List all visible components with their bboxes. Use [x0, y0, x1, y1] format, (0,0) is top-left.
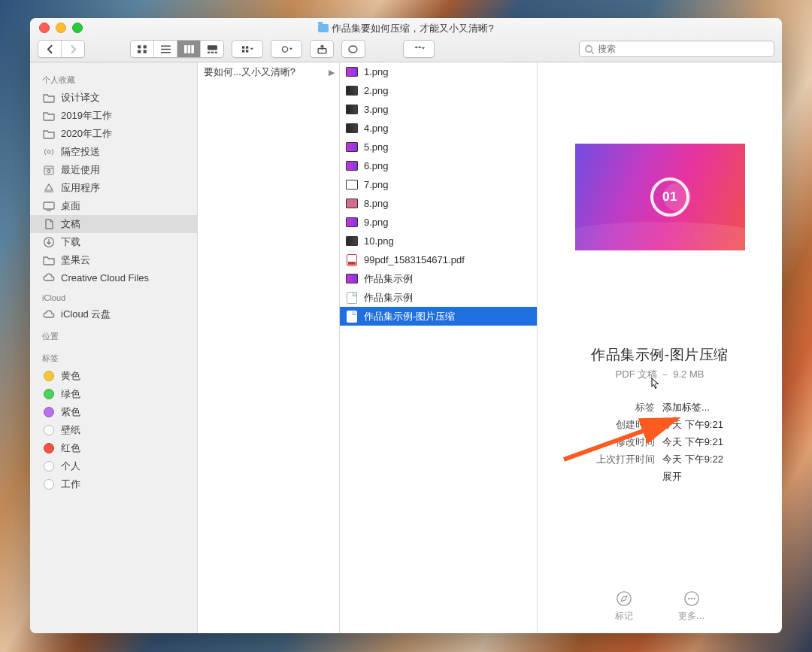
- sidebar-item-label: 绿色: [61, 387, 80, 401]
- image-thumb-icon: [346, 105, 358, 114]
- sidebar-item-label: 设计译文: [61, 91, 100, 105]
- folder-icon: [42, 254, 55, 266]
- share-button[interactable]: [310, 40, 334, 58]
- svg-rect-5: [187, 45, 190, 53]
- view-icons-button[interactable]: [131, 41, 153, 57]
- file-row[interactable]: 99pdf_1583154671.pdf: [340, 250, 537, 269]
- column-folder-row[interactable]: 要如何...又小又清晰? ▶: [198, 62, 339, 82]
- file-name: 10.png: [364, 235, 394, 247]
- sidebar-tag-purple[interactable]: 紫色: [30, 403, 197, 421]
- group-by-button[interactable]: [232, 40, 263, 58]
- file-name: 3.png: [364, 104, 389, 115]
- tag-dot-icon: [42, 407, 55, 417]
- pdf-icon: [346, 255, 358, 265]
- file-row[interactable]: 2.png: [340, 81, 537, 100]
- preview-filename: 作品集示例-图片压缩: [591, 345, 728, 365]
- file-row[interactable]: 10.png: [340, 232, 537, 250]
- file-row-selected[interactable]: 作品集示例-图片压缩: [340, 307, 537, 326]
- dropbox-button[interactable]: [403, 40, 435, 58]
- svg-point-24: [617, 592, 630, 605]
- nav-buttons: [38, 40, 85, 58]
- svg-rect-17: [349, 46, 357, 53]
- sidebar-item-folder[interactable]: 2019年工作: [30, 107, 197, 125]
- sidebar-item-creative-cloud[interactable]: Creative Cloud Files: [30, 269, 197, 286]
- sidebar-item-applications[interactable]: 应用程序: [30, 179, 197, 197]
- window-title: 作品集要如何压缩，才能又小又清晰?: [30, 20, 782, 35]
- file-row[interactable]: 8.png: [340, 194, 537, 213]
- file-row[interactable]: 9.png: [340, 213, 537, 232]
- more-button[interactable]: 更多…: [678, 590, 705, 623]
- minimize-button[interactable]: [56, 23, 66, 33]
- sidebar-item-label: 应用程序: [61, 181, 100, 195]
- sidebar-item-folder[interactable]: 设计译文: [30, 89, 197, 107]
- image-thumb-icon: [346, 217, 358, 227]
- file-name: 8.png: [364, 198, 389, 209]
- action-menu-button[interactable]: [271, 40, 302, 58]
- view-list-button[interactable]: [153, 41, 177, 57]
- tags-button[interactable]: [341, 40, 365, 58]
- image-thumb-icon: [346, 236, 358, 246]
- close-button[interactable]: [39, 23, 50, 33]
- file-name: 作品集示例: [364, 272, 413, 286]
- sidebar-item-label: 黄色: [61, 369, 80, 383]
- sidebar-item-documents[interactable]: 文稿: [30, 215, 197, 233]
- sidebar-tag-wallpaper[interactable]: 壁纸: [30, 421, 197, 439]
- sidebar-tag-yellow[interactable]: 黄色: [30, 367, 197, 385]
- preview-thumbnail[interactable]: 01: [575, 144, 745, 250]
- file-row[interactable]: 1.png: [340, 62, 537, 81]
- svg-rect-11: [242, 46, 244, 48]
- sidebar-item-icloud-drive[interactable]: iCloud 云盘: [30, 305, 197, 323]
- image-thumb-icon: [346, 123, 358, 133]
- file-name: 4.png: [364, 123, 389, 134]
- back-button[interactable]: [38, 41, 61, 57]
- sidebar-item-label: 紫色: [61, 405, 80, 419]
- file-name: 6.png: [364, 160, 389, 171]
- file-row[interactable]: 7.png: [340, 175, 537, 194]
- file-row[interactable]: 6.png: [340, 156, 537, 175]
- file-name: 5.png: [364, 141, 389, 153]
- sidebar-header-locations: 位置: [30, 328, 197, 345]
- apps-icon: [42, 182, 55, 194]
- view-columns-button[interactable]: [177, 41, 200, 57]
- folder-icon: [42, 92, 55, 104]
- file-row[interactable]: 4.png: [340, 119, 537, 138]
- sidebar-tag-work[interactable]: 工作: [30, 475, 197, 493]
- sidebar-item-recents[interactable]: 最近使用: [30, 161, 197, 179]
- search-field[interactable]: [579, 41, 774, 57]
- sidebar-tag-green[interactable]: 绿色: [30, 385, 197, 403]
- folder-icon: [42, 110, 55, 122]
- file-row[interactable]: 5.png: [340, 138, 537, 156]
- sidebar-item-airdrop[interactable]: 隔空投送: [30, 143, 197, 161]
- image-thumb-icon: [346, 199, 358, 208]
- sidebar-item-label: 红色: [61, 441, 80, 455]
- markup-button[interactable]: 标记: [615, 590, 633, 623]
- file-name: 1.png: [364, 66, 389, 77]
- svg-rect-1: [143, 45, 146, 48]
- icloud-icon: [42, 308, 55, 320]
- sidebar-item-downloads[interactable]: 下载: [30, 233, 197, 251]
- sidebar-item-label: 2020年工作: [61, 127, 112, 141]
- file-row[interactable]: 作品集示例: [340, 269, 537, 288]
- forward-button[interactable]: [61, 41, 84, 57]
- view-gallery-button[interactable]: [200, 41, 223, 57]
- sidebar-item-label: 工作: [61, 478, 80, 491]
- mouse-cursor: [651, 378, 661, 394]
- file-row[interactable]: 3.png: [340, 100, 537, 119]
- svg-rect-2: [138, 50, 141, 53]
- svg-rect-14: [246, 50, 248, 52]
- search-input[interactable]: [579, 41, 774, 57]
- svg-point-19: [47, 150, 50, 153]
- clock-icon: [42, 164, 55, 176]
- expand-link[interactable]: 展开: [662, 470, 723, 484]
- file-row[interactable]: 作品集示例: [340, 288, 537, 307]
- sidebar-item-folder[interactable]: 坚果云: [30, 251, 197, 269]
- file-name: 7.png: [364, 179, 389, 190]
- sidebar-item-folder[interactable]: 2020年工作: [30, 125, 197, 143]
- sidebar-item-label: 最近使用: [61, 163, 100, 177]
- maximize-button[interactable]: [72, 23, 83, 33]
- sidebar-tag-personal[interactable]: 个人: [30, 457, 197, 475]
- sidebar-item-desktop[interactable]: 桌面: [30, 197, 197, 215]
- desktop-icon: [42, 200, 55, 212]
- sidebar-tag-red[interactable]: 红色: [30, 439, 197, 457]
- svg-rect-6: [191, 45, 194, 53]
